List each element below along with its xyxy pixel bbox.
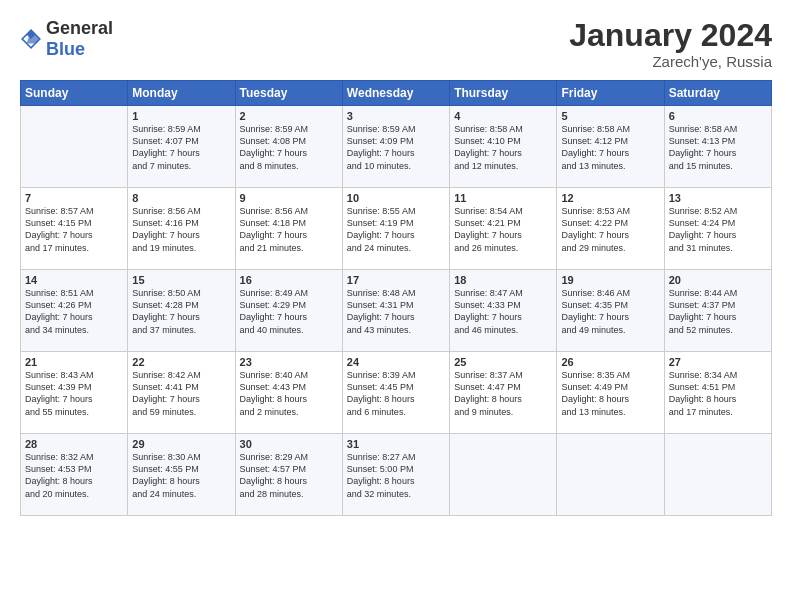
calendar-cell: 15Sunrise: 8:50 AM Sunset: 4:28 PM Dayli…: [128, 270, 235, 352]
day-number: 12: [561, 192, 659, 204]
day-number: 14: [25, 274, 123, 286]
cell-content: Sunrise: 8:52 AM Sunset: 4:24 PM Dayligh…: [669, 205, 767, 254]
week-row-5: 28Sunrise: 8:32 AM Sunset: 4:53 PM Dayli…: [21, 434, 772, 516]
cell-content: Sunrise: 8:34 AM Sunset: 4:51 PM Dayligh…: [669, 369, 767, 418]
calendar-cell: 4Sunrise: 8:58 AM Sunset: 4:10 PM Daylig…: [450, 106, 557, 188]
day-number: 8: [132, 192, 230, 204]
week-row-2: 7Sunrise: 8:57 AM Sunset: 4:15 PM Daylig…: [21, 188, 772, 270]
cell-content: Sunrise: 8:53 AM Sunset: 4:22 PM Dayligh…: [561, 205, 659, 254]
cell-content: Sunrise: 8:39 AM Sunset: 4:45 PM Dayligh…: [347, 369, 445, 418]
day-number: 26: [561, 356, 659, 368]
week-row-1: 1Sunrise: 8:59 AM Sunset: 4:07 PM Daylig…: [21, 106, 772, 188]
cell-content: Sunrise: 8:58 AM Sunset: 4:13 PM Dayligh…: [669, 123, 767, 172]
day-number: 31: [347, 438, 445, 450]
header-cell-friday: Friday: [557, 81, 664, 106]
header-cell-tuesday: Tuesday: [235, 81, 342, 106]
cell-content: Sunrise: 8:55 AM Sunset: 4:19 PM Dayligh…: [347, 205, 445, 254]
calendar-cell: 27Sunrise: 8:34 AM Sunset: 4:51 PM Dayli…: [664, 352, 771, 434]
calendar-cell: 16Sunrise: 8:49 AM Sunset: 4:29 PM Dayli…: [235, 270, 342, 352]
cell-content: Sunrise: 8:47 AM Sunset: 4:33 PM Dayligh…: [454, 287, 552, 336]
week-row-4: 21Sunrise: 8:43 AM Sunset: 4:39 PM Dayli…: [21, 352, 772, 434]
cell-content: Sunrise: 8:40 AM Sunset: 4:43 PM Dayligh…: [240, 369, 338, 418]
day-number: 15: [132, 274, 230, 286]
day-number: 1: [132, 110, 230, 122]
cell-content: Sunrise: 8:56 AM Sunset: 4:18 PM Dayligh…: [240, 205, 338, 254]
calendar-cell: 22Sunrise: 8:42 AM Sunset: 4:41 PM Dayli…: [128, 352, 235, 434]
day-number: 24: [347, 356, 445, 368]
calendar-cell: 3Sunrise: 8:59 AM Sunset: 4:09 PM Daylig…: [342, 106, 449, 188]
cell-content: Sunrise: 8:44 AM Sunset: 4:37 PM Dayligh…: [669, 287, 767, 336]
calendar-cell: 12Sunrise: 8:53 AM Sunset: 4:22 PM Dayli…: [557, 188, 664, 270]
cell-content: Sunrise: 8:42 AM Sunset: 4:41 PM Dayligh…: [132, 369, 230, 418]
day-number: 25: [454, 356, 552, 368]
day-number: 17: [347, 274, 445, 286]
calendar-cell: [557, 434, 664, 516]
calendar-cell: 6Sunrise: 8:58 AM Sunset: 4:13 PM Daylig…: [664, 106, 771, 188]
week-row-3: 14Sunrise: 8:51 AM Sunset: 4:26 PM Dayli…: [21, 270, 772, 352]
calendar-cell: [21, 106, 128, 188]
header-cell-saturday: Saturday: [664, 81, 771, 106]
day-number: 29: [132, 438, 230, 450]
cell-content: Sunrise: 8:43 AM Sunset: 4:39 PM Dayligh…: [25, 369, 123, 418]
day-number: 7: [25, 192, 123, 204]
day-number: 21: [25, 356, 123, 368]
calendar-cell: 29Sunrise: 8:30 AM Sunset: 4:55 PM Dayli…: [128, 434, 235, 516]
day-number: 10: [347, 192, 445, 204]
calendar-body: 1Sunrise: 8:59 AM Sunset: 4:07 PM Daylig…: [21, 106, 772, 516]
day-number: 13: [669, 192, 767, 204]
cell-content: Sunrise: 8:59 AM Sunset: 4:09 PM Dayligh…: [347, 123, 445, 172]
cell-content: Sunrise: 8:57 AM Sunset: 4:15 PM Dayligh…: [25, 205, 123, 254]
day-number: 19: [561, 274, 659, 286]
calendar-cell: 21Sunrise: 8:43 AM Sunset: 4:39 PM Dayli…: [21, 352, 128, 434]
cell-content: Sunrise: 8:35 AM Sunset: 4:49 PM Dayligh…: [561, 369, 659, 418]
calendar-table: SundayMondayTuesdayWednesdayThursdayFrid…: [20, 80, 772, 516]
logo-blue: Blue: [46, 39, 85, 59]
title-block: January 2024 Zarech'ye, Russia: [569, 18, 772, 70]
day-number: 20: [669, 274, 767, 286]
cell-content: Sunrise: 8:37 AM Sunset: 4:47 PM Dayligh…: [454, 369, 552, 418]
calendar-cell: 25Sunrise: 8:37 AM Sunset: 4:47 PM Dayli…: [450, 352, 557, 434]
day-number: 22: [132, 356, 230, 368]
cell-content: Sunrise: 8:59 AM Sunset: 4:08 PM Dayligh…: [240, 123, 338, 172]
calendar-cell: 7Sunrise: 8:57 AM Sunset: 4:15 PM Daylig…: [21, 188, 128, 270]
page: General Blue January 2024 Zarech'ye, Rus…: [0, 0, 792, 612]
day-number: 30: [240, 438, 338, 450]
calendar-cell: 24Sunrise: 8:39 AM Sunset: 4:45 PM Dayli…: [342, 352, 449, 434]
cell-content: Sunrise: 8:48 AM Sunset: 4:31 PM Dayligh…: [347, 287, 445, 336]
calendar-cell: 1Sunrise: 8:59 AM Sunset: 4:07 PM Daylig…: [128, 106, 235, 188]
cell-content: Sunrise: 8:29 AM Sunset: 4:57 PM Dayligh…: [240, 451, 338, 500]
day-number: 3: [347, 110, 445, 122]
day-number: 23: [240, 356, 338, 368]
calendar-cell: [664, 434, 771, 516]
day-number: 6: [669, 110, 767, 122]
cell-content: Sunrise: 8:54 AM Sunset: 4:21 PM Dayligh…: [454, 205, 552, 254]
cell-content: Sunrise: 8:46 AM Sunset: 4:35 PM Dayligh…: [561, 287, 659, 336]
calendar-cell: 19Sunrise: 8:46 AM Sunset: 4:35 PM Dayli…: [557, 270, 664, 352]
calendar-cell: [450, 434, 557, 516]
cell-content: Sunrise: 8:58 AM Sunset: 4:10 PM Dayligh…: [454, 123, 552, 172]
calendar-cell: 5Sunrise: 8:58 AM Sunset: 4:12 PM Daylig…: [557, 106, 664, 188]
calendar-cell: 30Sunrise: 8:29 AM Sunset: 4:57 PM Dayli…: [235, 434, 342, 516]
cell-content: Sunrise: 8:30 AM Sunset: 4:55 PM Dayligh…: [132, 451, 230, 500]
calendar-cell: 31Sunrise: 8:27 AM Sunset: 5:00 PM Dayli…: [342, 434, 449, 516]
day-number: 27: [669, 356, 767, 368]
day-number: 9: [240, 192, 338, 204]
header-row: SundayMondayTuesdayWednesdayThursdayFrid…: [21, 81, 772, 106]
header: General Blue January 2024 Zarech'ye, Rus…: [20, 18, 772, 70]
calendar-cell: 9Sunrise: 8:56 AM Sunset: 4:18 PM Daylig…: [235, 188, 342, 270]
calendar-cell: 20Sunrise: 8:44 AM Sunset: 4:37 PM Dayli…: [664, 270, 771, 352]
header-cell-thursday: Thursday: [450, 81, 557, 106]
calendar-cell: 26Sunrise: 8:35 AM Sunset: 4:49 PM Dayli…: [557, 352, 664, 434]
cell-content: Sunrise: 8:50 AM Sunset: 4:28 PM Dayligh…: [132, 287, 230, 336]
calendar-cell: 14Sunrise: 8:51 AM Sunset: 4:26 PM Dayli…: [21, 270, 128, 352]
day-number: 4: [454, 110, 552, 122]
calendar-cell: 13Sunrise: 8:52 AM Sunset: 4:24 PM Dayli…: [664, 188, 771, 270]
day-number: 18: [454, 274, 552, 286]
calendar-cell: 8Sunrise: 8:56 AM Sunset: 4:16 PM Daylig…: [128, 188, 235, 270]
month-title: January 2024: [569, 18, 772, 53]
day-number: 2: [240, 110, 338, 122]
day-number: 28: [25, 438, 123, 450]
day-number: 11: [454, 192, 552, 204]
cell-content: Sunrise: 8:49 AM Sunset: 4:29 PM Dayligh…: [240, 287, 338, 336]
day-number: 16: [240, 274, 338, 286]
